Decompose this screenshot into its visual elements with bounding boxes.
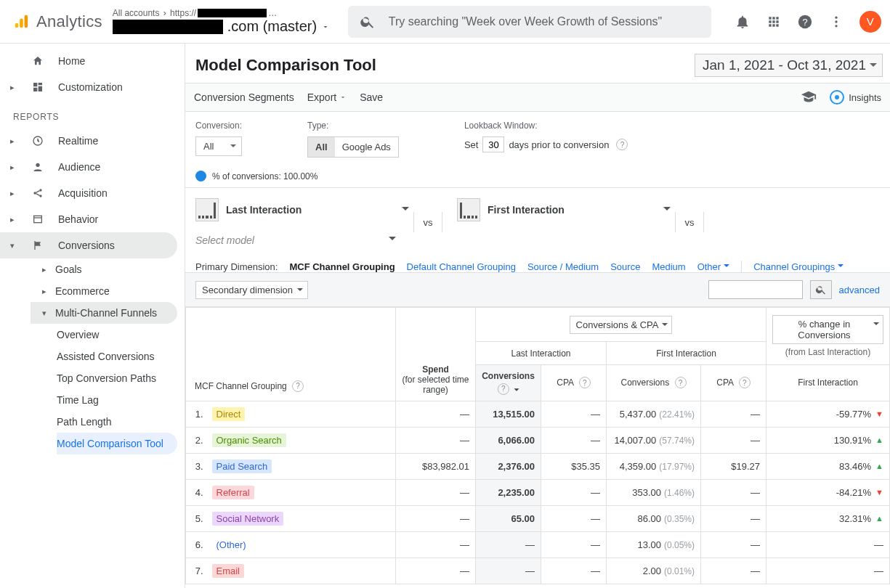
col-spend: Spend — [400, 364, 471, 375]
model-2-select[interactable]: First Interaction — [457, 198, 675, 221]
row-change: -59.77%▼ — [766, 401, 890, 427]
pct-conversions: % of conversions: 100.00% — [212, 171, 317, 181]
row-last-conv: — — [476, 531, 541, 558]
row-last-cpa: — — [541, 427, 607, 453]
behavior-icon — [32, 213, 44, 225]
help-icon[interactable]: ? — [797, 14, 813, 30]
table-row[interactable]: 1.Direct—13,515.00—5,437.00(22.41%)—-59.… — [186, 401, 890, 427]
conversion-label: Conversion: — [195, 121, 242, 131]
row-first-cpa: — — [701, 479, 766, 505]
metric-select[interactable]: Conversions & CPA — [570, 316, 673, 334]
sidebar-item-behavior[interactable]: ▸ Behavior — [0, 206, 185, 232]
type-all-button[interactable]: All — [308, 137, 335, 157]
sort-desc-icon — [511, 383, 522, 393]
sidebar-item-home[interactable]: ▸ Home — [0, 48, 185, 74]
search-box[interactable]: Try searching "Week over Week Growth of … — [348, 6, 711, 38]
sidebar-item-acquisition[interactable]: ▸ Acquisition — [0, 180, 185, 206]
secondary-dim-select[interactable]: Secondary dimension — [195, 281, 308, 299]
table-row[interactable]: 4.Referral—2,235.00—353.00(1.46%)—-84.21… — [186, 479, 890, 505]
share-icon — [32, 187, 44, 199]
advanced-link[interactable]: advanced — [839, 285, 880, 295]
row-last-conv: 65.00 — [476, 505, 541, 531]
svg-text:?: ? — [802, 16, 807, 27]
lookback-set: Set — [464, 139, 479, 150]
sidebar-item-audience[interactable]: ▸ Audience — [0, 154, 185, 180]
sidebar-item-conversions[interactable]: ▾ Conversions — [0, 232, 177, 258]
type-gads-button[interactable]: Google Ads — [335, 137, 398, 157]
mcf-model-comparison[interactable]: Model Comparison Tool — [57, 433, 177, 454]
row-last-conv: 13,515.00 — [476, 401, 541, 427]
dim-channel-groupings[interactable]: Channel Groupings — [753, 261, 844, 272]
help-icon[interactable]: ? — [498, 383, 509, 395]
row-last-cpa: $35.35 — [541, 453, 607, 479]
lookback-days-input[interactable] — [482, 136, 504, 152]
account-domain-suffix: .com (master) — [227, 18, 317, 35]
more-vert-icon[interactable] — [829, 15, 844, 29]
graduation-icon[interactable] — [801, 89, 817, 105]
redacted-block — [198, 9, 267, 17]
insights-button[interactable]: Insights — [830, 90, 881, 105]
dashboard-icon — [32, 81, 44, 93]
svg-rect-2 — [25, 15, 28, 27]
mcf-topconv[interactable]: Top Conversion Paths — [57, 367, 185, 389]
row-channel: Direct — [206, 401, 396, 427]
model-1b-select[interactable]: Select model — [195, 234, 396, 246]
table-search-input[interactable] — [708, 280, 803, 299]
help-icon[interactable]: ? — [616, 139, 628, 150]
help-icon[interactable]: ? — [675, 377, 687, 388]
ga-logo[interactable]: Analytics — [13, 12, 102, 31]
table-row[interactable]: 7.Email———2.00(0.01%)—— — [186, 558, 890, 584]
dim-src[interactable]: Source — [610, 261, 640, 272]
apps-icon[interactable] — [766, 15, 781, 29]
mcf-timelag[interactable]: Time Lag — [57, 389, 185, 411]
help-icon[interactable]: ? — [579, 377, 591, 388]
help-icon[interactable]: ? — [739, 377, 751, 388]
account-picker[interactable]: All accounts › https://… .com (master) — [113, 8, 338, 35]
date-range-picker[interactable]: Jan 1, 2021 - Oct 31, 2021 — [695, 54, 883, 77]
cpa-hdr-2[interactable]: CPA — [716, 377, 733, 388]
row-channel: (Other) — [206, 531, 396, 558]
avatar[interactable]: V — [859, 11, 881, 33]
save-button[interactable]: Save — [360, 91, 383, 103]
mcf-overview[interactable]: Overview — [57, 324, 185, 346]
first-hdr: First Interaction — [656, 348, 716, 359]
mcf-assisted[interactable]: Assisted Conversions — [57, 346, 185, 367]
table-row[interactable]: 3.Paid Search$83,982.012,376.00$35.354,3… — [186, 453, 890, 479]
table-search-button[interactable] — [810, 280, 832, 299]
sidebar-sub-ecommerce[interactable]: ▸Ecommerce — [42, 280, 185, 302]
lookback-after: days prior to conversion — [509, 139, 609, 150]
model-1-select[interactable]: Last Interaction Select model — [195, 198, 413, 246]
sidebar-item-customization[interactable]: ▸ Customization — [0, 74, 185, 100]
table-row[interactable]: 5.Social Network—65.00—86.00(0.35%)—32.3… — [186, 505, 890, 531]
bell-icon[interactable] — [735, 14, 751, 30]
sidebar: ▸ Home ▸ Customization REPORTS ▸ Realtim… — [0, 44, 185, 588]
table-row[interactable]: 6.(Other)———13.00(0.05%)—— — [186, 531, 890, 558]
sidebar-sub-mcf[interactable]: ▾Multi-Channel Funnels — [31, 302, 177, 324]
sidebar-item-realtime[interactable]: ▸ Realtime — [0, 128, 185, 154]
sidebar-sub-goals[interactable]: ▸Goals — [42, 258, 185, 280]
row-first-conv: 353.00(1.46%) — [607, 479, 701, 505]
cpa-hdr[interactable]: CPA — [557, 377, 573, 388]
top-icon-row: ? V — [735, 11, 881, 33]
table-row[interactable]: 2.Organic Search—6,066.00—14,007.00(57.7… — [186, 427, 890, 453]
conversion-segments-button[interactable]: Conversion Segments — [194, 91, 294, 103]
change-metric-select[interactable]: % change in Conversions — [772, 315, 883, 344]
row-channel: Social Network — [206, 505, 396, 531]
conv-hdr[interactable]: Conversions — [482, 371, 535, 381]
dim-default[interactable]: Default Channel Grouping — [407, 261, 516, 272]
dim-med[interactable]: Medium — [652, 261, 685, 272]
row-first-conv: 5,437.00(22.41%) — [607, 401, 701, 427]
conv-hdr-2[interactable]: Conversions — [620, 377, 669, 388]
dim-srcmed[interactable]: Source / Medium — [527, 261, 599, 272]
row-number: 1. — [186, 401, 206, 427]
conversion-select[interactable]: All — [195, 136, 242, 156]
mcf-pathlen[interactable]: Path Length — [57, 411, 185, 433]
help-icon[interactable]: ? — [292, 380, 304, 392]
dim-mcf[interactable]: MCF Channel Grouping — [289, 261, 395, 272]
vs-label-2: vs — [675, 212, 704, 232]
col-channel: MCF Channel Grouping — [195, 380, 287, 391]
dim-other[interactable]: Other — [697, 261, 730, 272]
row-spend: — — [396, 558, 476, 584]
export-button[interactable]: Export — [307, 91, 347, 103]
row-channel: Email — [206, 558, 396, 584]
